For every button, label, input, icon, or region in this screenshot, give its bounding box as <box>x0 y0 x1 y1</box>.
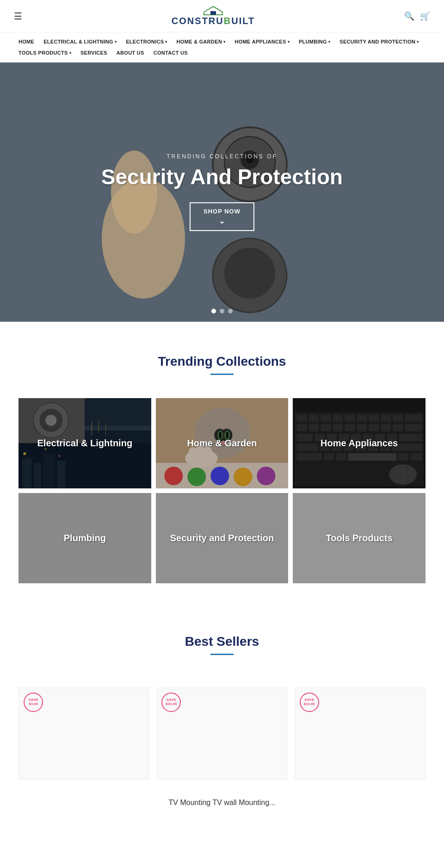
hero-dot-3[interactable] <box>228 309 233 313</box>
collections-grid: Electrical & Lightning <box>0 398 444 602</box>
logo-text[interactable]: CONSTRUBUILT <box>172 16 255 26</box>
dropdown-arrow-icon: ▾ <box>223 40 225 44</box>
nav-contact[interactable]: CONTACT US <box>149 47 192 58</box>
collection-card-electrical[interactable]: Electrical & Lightning <box>18 398 151 488</box>
dropdown-arrow-icon: ▾ <box>328 40 330 44</box>
plumbing-overlay: Plumbing <box>18 493 151 583</box>
best-sellers-section: Best Sellers SAVE$4.00 SAVE$30.00 SAVE$1… <box>0 602 444 816</box>
save-badge-1: SAVE$4.00 <box>24 693 43 712</box>
trending-title: Trending Collections <box>0 354 444 369</box>
bottom-product-title: TV Mounting TV wall Mounting... <box>0 780 444 816</box>
svg-rect-0 <box>210 11 216 15</box>
svg-point-10 <box>224 248 275 299</box>
collection-card-tools[interactable]: Tools Products <box>293 493 426 583</box>
hero-subtitle: TRENDING COLLECTIONS OF <box>101 153 343 160</box>
nav-home-appliances[interactable]: HOME APPLIANCES▾ <box>230 36 294 47</box>
tools-overlay: Tools Products <box>293 493 426 583</box>
best-sellers-title: Best Sellers <box>0 634 444 649</box>
section-divider <box>210 374 234 375</box>
electrical-overlay: Electrical & Lightning <box>18 398 151 488</box>
search-icon[interactable]: 🔍 <box>404 11 414 21</box>
hero-content: TRENDING COLLECTIONS OF Security And Pro… <box>101 153 343 231</box>
home-garden-overlay: Home & Garden <box>156 398 289 488</box>
product-card-3[interactable]: SAVE$10.00 <box>295 687 426 780</box>
hamburger-icon[interactable]: ☰ <box>14 11 22 22</box>
collection-card-home-garden[interactable]: Home & Garden <box>156 398 289 488</box>
home-garden-label: Home & Garden <box>187 438 257 449</box>
hero-dots <box>0 309 444 313</box>
nav-electronics[interactable]: ELECTRONICS▾ <box>121 36 172 47</box>
tools-label: Tools Products <box>326 533 393 543</box>
plumbing-label: Plumbing <box>64 533 106 543</box>
nav-about[interactable]: ABOUT US <box>112 47 149 58</box>
nav-home[interactable]: HOME <box>14 36 39 47</box>
dropdown-arrow-icon: ▾ <box>288 40 290 44</box>
logo-house-icon <box>202 6 225 16</box>
product-card-1[interactable]: SAVE$4.00 <box>18 687 149 780</box>
home-appliances-label: Home Appliances <box>321 438 398 449</box>
security-overlay: Security and Protection <box>156 493 289 583</box>
product-card-2[interactable]: SAVE$30.00 <box>156 687 287 780</box>
nav-home-garden[interactable]: HOME & GARDEN▾ <box>172 36 230 47</box>
products-row: SAVE$4.00 SAVE$30.00 SAVE$10.00 <box>0 678 444 780</box>
collection-card-plumbing[interactable]: Plumbing <box>18 493 151 583</box>
collection-card-security[interactable]: Security and Protection <box>156 493 289 583</box>
home-appliances-overlay: Home Appliances <box>293 398 426 488</box>
save-badge-2: SAVE$30.00 <box>161 693 181 712</box>
hero-dot-2[interactable] <box>220 309 224 313</box>
cart-icon[interactable]: 🛒 <box>420 11 430 21</box>
security-label: Security and Protection <box>170 533 274 543</box>
section-divider-2 <box>210 654 234 655</box>
nav-electrical[interactable]: ELECTRICAL & LIGHTNING▾ <box>39 36 121 47</box>
trending-collections-section: Trending Collections <box>0 322 444 602</box>
hero-title: Security And Protection <box>101 164 343 189</box>
trending-heading: Trending Collections <box>0 331 444 398</box>
header: ☰ CONSTRUBUILT 🔍 🛒 <box>0 0 444 32</box>
dropdown-arrow-icon: ▾ <box>69 51 71 55</box>
header-action-icons: 🔍 🛒 <box>404 11 430 21</box>
logo[interactable]: CONSTRUBUILT <box>172 6 255 26</box>
nav-security[interactable]: SECURITY AND PROTECTION▾ <box>335 36 423 47</box>
electrical-label: Electrical & Lightning <box>37 438 133 449</box>
best-sellers-heading: Best Sellers <box>0 611 444 678</box>
nav-services[interactable]: SERVICES <box>76 47 112 58</box>
dropdown-arrow-icon: ▾ <box>417 40 419 44</box>
main-nav: HOME ELECTRICAL & LIGHTNING▾ ELECTRONICS… <box>0 32 444 62</box>
nav-plumbing[interactable]: PLUMBING▾ <box>294 36 335 47</box>
collection-card-home-appliances[interactable]: Home Appliances <box>293 398 426 488</box>
arrow-down-icon: ⌄ <box>219 217 225 225</box>
nav-tools[interactable]: TOOLS PRODUCTS▾ <box>14 47 76 58</box>
hero-banner: TRENDING COLLECTIONS OF Security And Pro… <box>0 62 444 322</box>
shop-now-button[interactable]: SHOP NOW ⌄ <box>190 202 254 231</box>
save-badge-3: SAVE$10.00 <box>300 693 319 712</box>
dropdown-arrow-icon: ▾ <box>165 40 167 44</box>
hero-dot-1[interactable] <box>211 309 216 313</box>
dropdown-arrow-icon: ▾ <box>115 40 117 44</box>
